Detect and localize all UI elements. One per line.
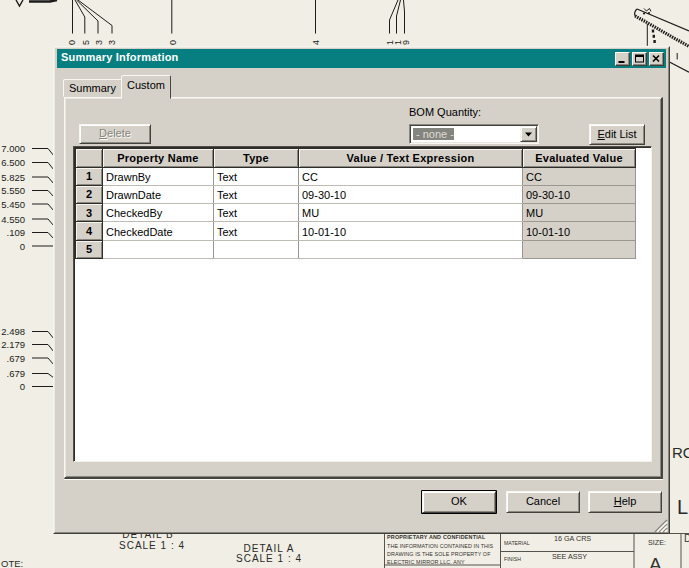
svg-text:RO: RO	[672, 444, 689, 461]
svg-text:THE INFORMATION CONTAINED IN T: THE INFORMATION CONTAINED IN THIS	[387, 543, 494, 549]
svg-text:.679: .679	[7, 353, 26, 364]
svg-text:.109: .109	[7, 227, 26, 238]
svg-text:9: 9	[401, 40, 411, 45]
svg-text:PROPRIETARY AND CONFIDENTIAL: PROPRIETARY AND CONFIDENTIAL	[387, 534, 486, 540]
svg-text:7.000: 7.000	[1, 143, 25, 154]
svg-text:SEE ASSY: SEE ASSY	[552, 552, 587, 561]
svg-text:SIZE:: SIZE:	[648, 538, 666, 547]
svg-text:3: 3	[94, 40, 104, 45]
svg-text:L: L	[677, 496, 688, 518]
svg-text:0: 0	[20, 381, 25, 392]
svg-text:ELECTRIC MIRROR LLC. ANY: ELECTRIC MIRROR LLC. ANY	[387, 559, 465, 565]
svg-text:5.550: 5.550	[1, 185, 25, 196]
svg-text:FINISH: FINISH	[504, 556, 521, 562]
svg-text:.679: .679	[7, 368, 26, 379]
svg-text:4.550: 4.550	[1, 214, 25, 225]
svg-text:MATERIAL: MATERIAL	[504, 540, 530, 546]
svg-text:2.498: 2.498	[1, 326, 25, 337]
svg-text:5: 5	[81, 40, 91, 45]
svg-text:2.179: 2.179	[1, 339, 25, 350]
svg-text:0: 0	[20, 241, 25, 252]
svg-text:DRAWING IS THE SOLE PROPERTY O: DRAWING IS THE SOLE PROPERTY OF	[387, 551, 491, 557]
svg-text:D: D	[684, 533, 689, 544]
svg-text:5.825: 5.825	[1, 172, 25, 183]
svg-text:0: 0	[168, 40, 178, 45]
svg-text:6.500: 6.500	[1, 157, 25, 168]
svg-text:3: 3	[107, 40, 117, 45]
svg-text:OTE:: OTE:	[1, 558, 23, 568]
svg-text:4: 4	[311, 40, 321, 45]
svg-text:16 GA CRS: 16 GA CRS	[554, 534, 591, 543]
svg-text:SCALE 1 : 4: SCALE 1 : 4	[119, 540, 185, 551]
svg-text:SCALE 1 : 4: SCALE 1 : 4	[236, 553, 302, 564]
svg-text:A: A	[649, 554, 662, 568]
svg-text:0: 0	[67, 40, 77, 45]
svg-text:5.450: 5.450	[1, 199, 25, 210]
